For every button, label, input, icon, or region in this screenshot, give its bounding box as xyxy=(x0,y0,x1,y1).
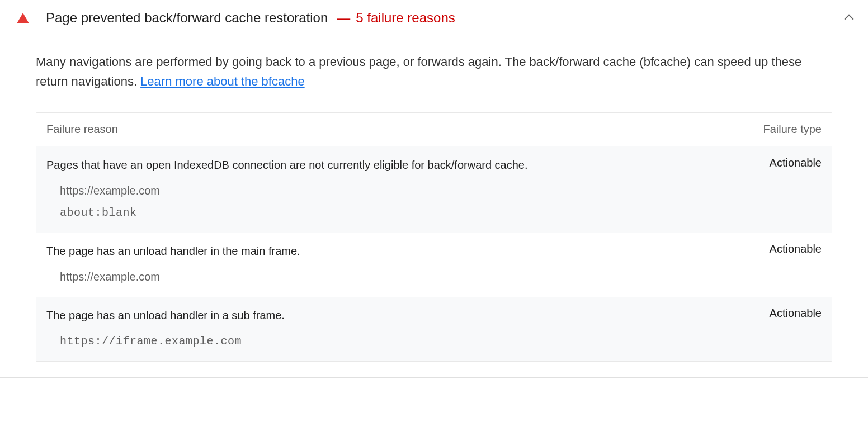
url-list: https://example.comabout:blank xyxy=(46,184,822,219)
audit-description: Many navigations are performed by going … xyxy=(36,52,832,91)
audit-body: Many navigations are performed by going … xyxy=(0,36,868,378)
url-list: https://iframe.example.com xyxy=(46,335,822,348)
url-item: about:blank xyxy=(60,206,822,219)
url-list: https://example.com xyxy=(46,271,822,283)
table-header: Failure reason Failure type xyxy=(36,113,832,146)
audit-title: Page prevented back/forward cache restor… xyxy=(46,10,328,26)
url-item: https://iframe.example.com xyxy=(60,335,822,348)
failure-count-label: 5 failure reasons xyxy=(356,10,455,26)
url-item: https://example.com xyxy=(60,271,822,283)
learn-more-link[interactable]: Learn more about the bfcache xyxy=(140,74,305,88)
column-header-type: Failure type xyxy=(721,123,822,136)
column-header-reason: Failure reason xyxy=(46,123,721,136)
failure-type-text: Actionable xyxy=(721,307,822,320)
failure-table: Failure reason Failure type Pages that h… xyxy=(36,112,832,362)
failure-reason-text: The page has an unload handler in a sub … xyxy=(46,307,721,324)
failure-reason-text: The page has an unload handler in the ma… xyxy=(46,243,721,259)
audit-header[interactable]: Page prevented back/forward cache restor… xyxy=(0,0,868,36)
table-row: Pages that have an open IndexedDB connec… xyxy=(36,146,832,233)
table-row: The page has an unload handler in a sub … xyxy=(36,297,832,361)
failure-type-text: Actionable xyxy=(721,243,822,255)
separator: — xyxy=(337,10,350,26)
url-item: https://example.com xyxy=(60,184,822,197)
failure-reason-text: Pages that have an open IndexedDB connec… xyxy=(46,157,721,173)
table-row: The page has an unload handler in the ma… xyxy=(36,233,832,297)
failure-type-text: Actionable xyxy=(721,157,822,169)
chevron-up-icon[interactable] xyxy=(845,13,855,23)
fail-triangle-icon xyxy=(17,13,29,23)
